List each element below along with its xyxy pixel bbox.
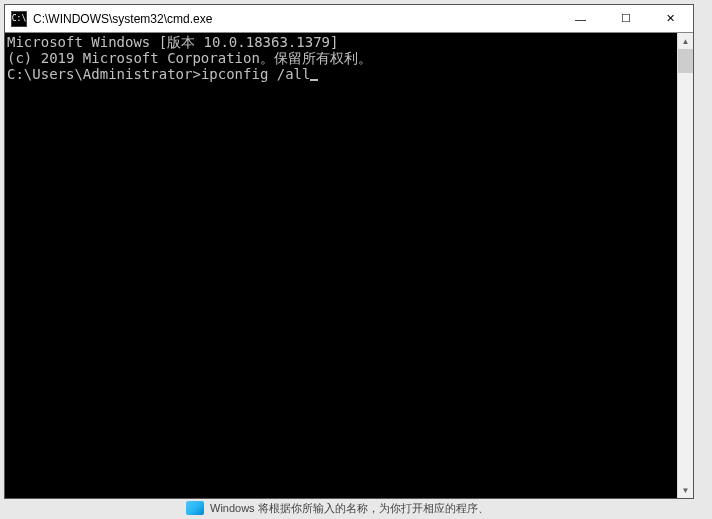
minimize-button[interactable]: — [558, 5, 603, 32]
console-output[interactable]: Microsoft Windows [版本 10.0.18363.1379](c… [5, 33, 677, 498]
console-prompt: C:\Users\Administrator> [7, 66, 201, 82]
console-line-copyright: (c) 2019 Microsoft Corporation。保留所有权利。 [7, 50, 677, 66]
scroll-up-button[interactable]: ▲ [678, 33, 693, 49]
background-run-dialog-hint: Windows 将根据你所输入的名称，为你打开相应的程序、 [180, 499, 712, 517]
window-controls: — ☐ ✕ [558, 5, 693, 32]
console-area: Microsoft Windows [版本 10.0.18363.1379](c… [5, 33, 693, 498]
background-partial-text [702, 100, 712, 480]
scroll-track[interactable] [678, 49, 693, 482]
console-line-version: Microsoft Windows [版本 10.0.18363.1379] [7, 34, 677, 50]
maximize-button[interactable]: ☐ [603, 5, 648, 32]
cmd-window: C:\ C:\WINDOWS\system32\cmd.exe — ☐ ✕ Mi… [4, 4, 694, 499]
scroll-down-button[interactable]: ▼ [678, 482, 693, 498]
console-command: ipconfig /all [201, 66, 311, 82]
scroll-thumb[interactable] [678, 49, 693, 73]
vertical-scrollbar[interactable]: ▲ ▼ [677, 33, 693, 498]
run-dialog-text: Windows 将根据你所输入的名称，为你打开相应的程序、 [210, 501, 489, 516]
cmd-icon: C:\ [11, 11, 27, 27]
close-button[interactable]: ✕ [648, 5, 693, 32]
cursor [310, 79, 318, 81]
run-dialog-icon [186, 501, 204, 515]
console-prompt-line: C:\Users\Administrator>ipconfig /all [7, 66, 677, 82]
window-title: C:\WINDOWS\system32\cmd.exe [33, 12, 558, 26]
titlebar[interactable]: C:\ C:\WINDOWS\system32\cmd.exe — ☐ ✕ [5, 5, 693, 33]
